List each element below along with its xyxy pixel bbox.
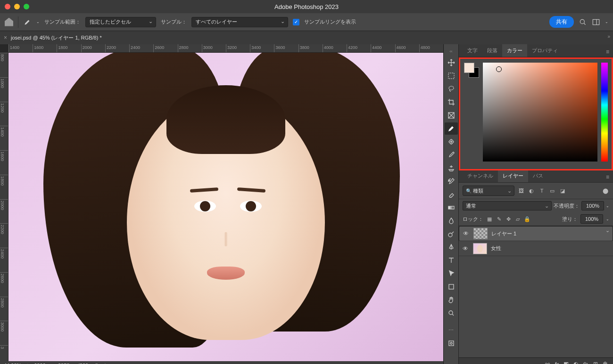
status-chevron-icon[interactable]: 〉 xyxy=(104,362,109,364)
visibility-icon[interactable]: 👁 xyxy=(463,245,469,252)
path-select-tool[interactable] xyxy=(445,267,458,280)
marquee-tool[interactable] xyxy=(445,70,458,82)
hand-tool[interactable] xyxy=(445,294,458,306)
lasso-tool[interactable] xyxy=(445,83,458,95)
blend-mode-select[interactable]: 通常 xyxy=(463,201,552,210)
document-tab[interactable]: × josei.psd @ 45% (レイヤー 1, RGB/8) * xyxy=(4,34,102,41)
lock-artboard-icon[interactable]: ▱ xyxy=(514,216,521,222)
sample-range-select[interactable]: 指定したピクセル xyxy=(85,17,156,27)
collapse-icon[interactable]: ‹‹ xyxy=(448,47,455,56)
layer-thumbnail[interactable] xyxy=(473,228,488,239)
workspace-chevron-icon[interactable]: ⌄ xyxy=(605,20,608,24)
frame-tool[interactable] xyxy=(445,109,458,121)
pen-tool[interactable] xyxy=(445,241,458,253)
search-icon[interactable] xyxy=(579,18,587,26)
layer-mask-icon[interactable]: ◩ xyxy=(563,361,569,364)
more-tools-icon[interactable]: ⋯ xyxy=(445,324,458,336)
layer-item[interactable]: 👁レイヤー 1 xyxy=(459,226,613,241)
move-tool[interactable] xyxy=(445,57,458,69)
clone-stamp-tool[interactable] xyxy=(445,162,458,174)
zoom-window-button[interactable] xyxy=(24,4,29,9)
filter-toggle-icon[interactable]: ⬤ xyxy=(602,187,609,194)
blur-tool[interactable] xyxy=(445,215,458,227)
panel-tab[interactable]: 文字 xyxy=(463,44,482,57)
edit-toolbar-icon[interactable] xyxy=(445,337,458,349)
hue-slider[interactable] xyxy=(601,63,608,162)
ruler-tick: 1200 xyxy=(0,102,8,126)
zoom-tool[interactable] xyxy=(445,307,458,319)
layer-thumbnail[interactable] xyxy=(473,243,487,254)
shape-tool[interactable] xyxy=(445,281,458,293)
filter-type-icon[interactable]: T xyxy=(538,187,546,194)
fill-chevron-icon[interactable]: ⌄ xyxy=(606,217,609,221)
new-layer-icon[interactable]: ⊞ xyxy=(593,361,598,364)
lock-pixels-icon[interactable]: ✎ xyxy=(496,216,502,222)
gradient-tool[interactable] xyxy=(445,202,458,214)
lock-all-icon[interactable]: 🔒 xyxy=(524,216,530,222)
layer-style-icon[interactable]: fx xyxy=(555,361,559,364)
opacity-value[interactable]: 100% xyxy=(581,201,604,210)
history-brush-tool[interactable] xyxy=(445,175,458,187)
horizontal-ruler[interactable]: 1400160018002000220024002600280030003200… xyxy=(8,44,443,53)
layer-name[interactable]: レイヤー 1 xyxy=(491,230,516,237)
layer-list: 👁レイヤー 1👁女性 xyxy=(459,226,613,357)
share-button[interactable]: 共有 xyxy=(549,16,574,28)
filter-adjust-icon[interactable]: ◐ xyxy=(528,187,535,194)
ruler-tick: 2200 xyxy=(0,223,8,248)
panel-tab[interactable]: カラー xyxy=(502,44,527,57)
panel-tab[interactable]: レイヤー xyxy=(498,170,528,182)
workspace-icon[interactable] xyxy=(592,18,600,26)
link-layers-icon[interactable]: ⚯ xyxy=(545,361,550,364)
new-group-icon[interactable]: 🗀 xyxy=(583,361,588,364)
visibility-icon[interactable]: 👁 xyxy=(463,230,470,237)
brush-tool[interactable] xyxy=(445,149,458,161)
panel-menu-icon[interactable]: ≡ xyxy=(602,47,613,57)
layer-item[interactable]: 👁女性 xyxy=(459,241,613,256)
vertical-ruler[interactable]: 8001000120014001600180020002200240026002… xyxy=(0,53,8,364)
home-button[interactable] xyxy=(5,18,13,26)
color-picker-indicator[interactable] xyxy=(496,66,502,72)
tool-preset-chevron-icon[interactable]: ⌄ xyxy=(36,20,40,24)
close-window-button[interactable] xyxy=(5,4,10,9)
ruler-tick: 1800 xyxy=(0,175,8,199)
crop-tool[interactable] xyxy=(445,96,458,108)
layer-name[interactable]: 女性 xyxy=(491,245,501,252)
opacity-chevron-icon[interactable]: ⌄ xyxy=(606,204,609,208)
dodge-tool[interactable] xyxy=(445,228,458,240)
type-tool[interactable] xyxy=(445,254,458,267)
panel-expand-icon[interactable]: » xyxy=(607,34,610,39)
ruler-tick: 2400 xyxy=(0,248,8,272)
close-tab-icon[interactable]: × xyxy=(4,34,7,41)
svg-point-7 xyxy=(448,233,452,237)
canvas[interactable] xyxy=(8,53,443,364)
delete-layer-icon[interactable]: 🗑 xyxy=(603,361,608,364)
adjustment-layer-icon[interactable]: ◐ xyxy=(573,361,578,364)
eyedropper-tool[interactable] xyxy=(445,122,458,135)
saturation-value-field[interactable] xyxy=(483,63,597,162)
sample-select[interactable]: すべてのレイヤー xyxy=(191,17,288,27)
foreground-swatch[interactable] xyxy=(464,63,474,73)
ruler-tick: 2800 xyxy=(0,297,8,321)
sample-ring-checkbox[interactable]: ✓ xyxy=(293,19,299,25)
eraser-tool[interactable] xyxy=(445,188,458,201)
filter-image-icon[interactable]: 🖼 xyxy=(517,187,525,194)
healing-tool[interactable] xyxy=(445,136,458,148)
layers-panel-menu-icon[interactable]: ≡ xyxy=(602,172,613,182)
filter-shape-icon[interactable]: ▭ xyxy=(548,187,556,194)
panel-tab[interactable]: 段落 xyxy=(482,44,502,57)
ruler-tick: 2000 xyxy=(81,44,105,52)
ruler-tick: 2400 xyxy=(129,44,153,52)
eyedropper-tool-icon[interactable] xyxy=(23,18,32,26)
minimize-window-button[interactable] xyxy=(14,4,20,9)
lock-transparency-icon[interactable]: ▦ xyxy=(486,216,493,222)
lock-position-icon[interactable]: ✥ xyxy=(505,216,512,222)
layer-filter-kind-select[interactable]: 種類 xyxy=(463,186,514,196)
filter-smart-icon[interactable]: ◪ xyxy=(559,187,566,194)
opacity-label: 不透明度： xyxy=(554,202,580,210)
panel-tab[interactable]: チャンネル xyxy=(463,170,498,182)
layers-panel-footer: ⚯ fx ◩ ◐ 🗀 ⊞ 🗑 xyxy=(459,357,613,364)
fill-value[interactable]: 100% xyxy=(580,214,603,224)
panel-tab[interactable]: プロパティ xyxy=(527,44,563,57)
fg-bg-swatches[interactable] xyxy=(464,63,479,78)
panel-tab[interactable]: パス xyxy=(528,170,548,182)
